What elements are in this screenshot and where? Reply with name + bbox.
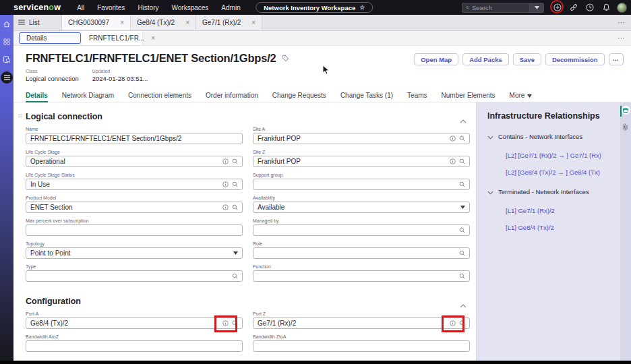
input-function[interactable] — [253, 270, 470, 282]
tab-order-information[interactable]: Order information — [206, 89, 258, 102]
open-map-button[interactable]: Open Map — [414, 53, 458, 65]
relationship-link[interactable]: [L1] Ge7/1 (Rx)/2 — [506, 207, 612, 214]
input-managed-by[interactable] — [253, 224, 470, 236]
tab-connection-elements[interactable]: Connection elements — [128, 89, 191, 102]
search-icon[interactable] — [232, 204, 238, 210]
top-nav-item-history[interactable]: History — [138, 4, 158, 11]
tab-label: List — [29, 19, 40, 26]
notifications-button[interactable] — [601, 2, 611, 13]
input-site-a[interactable]: Frankfurt POP — [253, 133, 470, 144]
input-availability[interactable]: Available — [253, 202, 470, 213]
chevron-up-icon[interactable] — [460, 299, 467, 311]
workspace-tab-ge8-4-tx-2[interactable]: Ge8/4 (Tx)/2× — [131, 15, 196, 30]
info-icon[interactable] — [222, 320, 229, 326]
info-icon[interactable] — [222, 204, 229, 210]
input-product-model[interactable]: ENET Section — [26, 202, 243, 213]
search-icon[interactable] — [232, 273, 238, 279]
workspaces-button[interactable] — [0, 38, 13, 46]
tab-label: Ge7/1 (Rx)/2 — [202, 19, 241, 26]
tab-overflow-button[interactable]: ⋯ — [618, 15, 626, 30]
tab-more[interactable]: More — [510, 89, 533, 102]
search-icon[interactable] — [459, 227, 465, 233]
relationship-link[interactable]: [L1] Ge8/4 (Tx)/2 — [506, 224, 612, 231]
search-icon[interactable] — [459, 158, 465, 164]
save-button[interactable]: Save — [513, 53, 541, 65]
workspace-tab-chg0030097[interactable]: CHG0030097× — [62, 15, 131, 30]
close-icon[interactable]: × — [151, 35, 155, 42]
input-life-cycle-stage[interactable]: Operational — [26, 156, 243, 167]
search-field[interactable] — [462, 3, 529, 13]
tree-group-toggle[interactable]: Contains - Network Interfaces — [487, 130, 612, 142]
add-packs-button[interactable]: Add Packs — [462, 53, 509, 65]
subtab-overflow-button[interactable]: ⋯ — [618, 31, 626, 45]
search-icon[interactable] — [232, 158, 238, 164]
search-icon[interactable] — [232, 320, 238, 326]
home-button[interactable] — [0, 20, 13, 28]
search-icon[interactable] — [459, 273, 465, 279]
relationships-rail-button[interactable] — [622, 106, 630, 115]
chevron-up-icon[interactable] — [460, 114, 467, 126]
tab-network-diagram[interactable]: Network Diagram — [62, 89, 114, 102]
search-icon[interactable] — [459, 320, 465, 326]
help-button[interactable] — [584, 2, 595, 13]
close-icon[interactable]: × — [185, 20, 189, 26]
tab-change-tasks-1[interactable]: Change Tasks (1) — [340, 89, 393, 102]
tree-group-toggle[interactable]: Terminated - Network Interfaces — [487, 185, 612, 198]
input-site-z[interactable]: Frankfurt POP — [253, 156, 470, 167]
input-type[interactable] — [26, 270, 243, 282]
info-icon[interactable] — [450, 320, 456, 326]
subtab-frnftelc1-fr[interactable]: FRNFTELC1/FR...× — [82, 31, 143, 45]
input-support-group[interactable] — [253, 179, 470, 190]
menu-toggle-button[interactable] — [1, 71, 13, 84]
input-topology[interactable]: Point to Point — [26, 247, 243, 259]
search-icon[interactable] — [459, 181, 465, 187]
field-product-model: Product ModelENET Section — [26, 195, 243, 213]
input-bandwidth-ztoa[interactable] — [253, 340, 470, 352]
favorite-star-icon[interactable]: ☆ — [359, 4, 365, 11]
search-icon[interactable] — [459, 250, 465, 256]
top-nav-item-favorites[interactable]: Favorites — [97, 4, 125, 11]
top-nav-item-all[interactable]: All — [77, 4, 84, 11]
tab-change-requests[interactable]: Change Requests — [272, 89, 326, 102]
record-search-button[interactable] — [0, 55, 13, 63]
search-scope-dropdown[interactable] — [529, 3, 544, 13]
close-icon[interactable]: × — [251, 20, 256, 26]
top-nav-item-admin[interactable]: Admin — [221, 4, 240, 11]
top-nav-item-workspaces[interactable]: Workspaces — [172, 4, 209, 11]
input-life-cycle-stage-status[interactable]: In Use — [26, 179, 243, 190]
add-button[interactable] — [552, 2, 563, 13]
search-icon[interactable] — [232, 181, 238, 187]
workspace-tab-list[interactable]: List — [13, 15, 62, 30]
input-port-a[interactable]: Ge8/4 (Tx)/2 — [26, 317, 243, 329]
connect-button[interactable] — [568, 2, 579, 13]
tab-number-elements[interactable]: Number Elements — [442, 89, 495, 102]
relationship-link[interactable]: [L2] [Ge8/4 (Tx)/2 → ] Ge8/4 (Tx) — [506, 169, 612, 176]
relationship-link[interactable]: [L2] [Ge7/1 (Rx)/2 → ] Ge7/1 (Rx) — [506, 152, 612, 159]
input-port-z[interactable]: Ge7/1 (Rx)/2 — [253, 317, 470, 329]
caret-icon[interactable] — [233, 251, 238, 255]
info-icon[interactable] — [222, 158, 229, 164]
decommission-button[interactable]: Decommission — [545, 53, 605, 65]
search-input[interactable] — [472, 4, 526, 11]
workspace-tab-ge7-1-rx-2[interactable]: Ge7/1 (Rx)/2× — [196, 15, 262, 30]
caret-icon[interactable] — [460, 206, 465, 209]
tab-teams[interactable]: Teams — [407, 89, 427, 102]
close-icon[interactable]: × — [120, 20, 124, 26]
input-max-percent-over-subscription[interactable] — [26, 224, 243, 236]
input-role[interactable] — [253, 247, 470, 259]
tab-details[interactable]: Details — [26, 89, 48, 102]
info-icon[interactable] — [450, 158, 456, 164]
more-actions-button[interactable]: ⋯ — [609, 53, 624, 65]
search-icon[interactable] — [459, 135, 465, 142]
workspace-switcher[interactable]: Network Inventory Workspace ☆ — [256, 2, 373, 13]
info-icon[interactable] — [450, 135, 456, 142]
input-bandwidth-atoz[interactable] — [26, 340, 243, 352]
input-name[interactable]: FRNFTELC1/FRNFTELC1/ENET Section/1Gbps/2 — [26, 133, 243, 144]
user-avatar[interactable] — [617, 3, 627, 13]
attachments-rail-button[interactable] — [622, 121, 628, 133]
section-title: Logical connection — [26, 112, 102, 121]
field-life-cycle-stage: Life Cycle StageOperational — [26, 150, 243, 167]
tag-icon[interactable] — [282, 55, 289, 62]
info-icon[interactable] — [222, 181, 229, 187]
subtab-details[interactable]: Details — [19, 32, 81, 44]
